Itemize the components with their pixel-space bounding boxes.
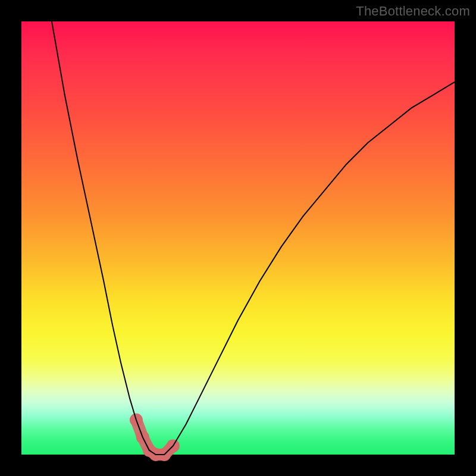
bottleneck-curve xyxy=(52,21,455,455)
plot-area xyxy=(21,21,455,455)
chart-frame: TheBottleneck.com xyxy=(0,0,476,476)
bottleneck-curve-svg xyxy=(21,21,455,455)
watermark-text: TheBottleneck.com xyxy=(356,4,470,19)
